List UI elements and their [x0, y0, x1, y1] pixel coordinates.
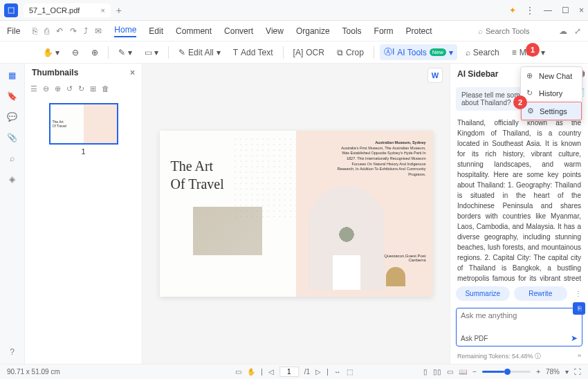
- menu-file[interactable]: File: [7, 26, 20, 36]
- summarize-button[interactable]: Summarize: [456, 286, 510, 301]
- ai-actions-more[interactable]: ⋮: [571, 286, 582, 301]
- hand-icon[interactable]: ✋: [247, 368, 255, 376]
- save-icon[interactable]: ⎘: [33, 26, 37, 36]
- dropdown-new-chat[interactable]: ⊕ New Chat: [521, 67, 582, 84]
- search-button[interactable]: ⌕ Search: [461, 46, 504, 59]
- tokens-label: Remaining Tokens:: [457, 353, 510, 360]
- zoom-in-status-icon[interactable]: +: [536, 368, 540, 376]
- hand-tool[interactable]: ✋ ▾: [39, 46, 64, 59]
- ai-text-input[interactable]: [461, 311, 578, 320]
- menu-protect[interactable]: Protect: [406, 26, 432, 36]
- continuous-icon[interactable]: ▯▯: [433, 368, 441, 376]
- next-page-icon[interactable]: ▷: [315, 368, 321, 376]
- search-tools-input[interactable]: [486, 27, 541, 35]
- edit-all-button[interactable]: ✎ Edit All ▾: [174, 46, 225, 59]
- rewrite-button[interactable]: Rewrite: [514, 286, 568, 301]
- dropdown-history[interactable]: ↻ History: [521, 84, 582, 102]
- ask-pdf-label[interactable]: Ask PDF: [461, 335, 488, 342]
- document-tab[interactable]: 57_1_OCR.pdf ×: [24, 3, 111, 17]
- shape-tool[interactable]: ▭ ▾: [140, 46, 163, 59]
- expand-tokens-icon[interactable]: »: [578, 352, 581, 361]
- zoom-out-button[interactable]: ⊖: [68, 46, 83, 59]
- crop-button[interactable]: ⧉ Crop: [333, 46, 368, 59]
- ai-tools-button[interactable]: ⒶI AI Tools New ▾: [380, 44, 457, 60]
- close-panel-icon[interactable]: ×: [130, 68, 135, 77]
- search-rail-icon[interactable]: ⌕: [10, 154, 15, 163]
- maximize-icon[interactable]: ☐: [562, 6, 569, 15]
- statusbar: 90.71 x 51.09 cm ▭ ✋ | ◁ /1 ▷ | ↔ ⬚ ▯ ▯▯…: [0, 364, 588, 379]
- menu-convert[interactable]: Convert: [224, 26, 253, 36]
- mail-icon[interactable]: ✉: [95, 26, 102, 36]
- minimize-icon[interactable]: —: [544, 6, 552, 15]
- close-window-icon[interactable]: ×: [579, 6, 584, 15]
- bookmark-icon[interactable]: 🔖: [7, 91, 17, 101]
- info-icon[interactable]: ⓘ: [535, 353, 541, 360]
- comment-icon[interactable]: 💬: [7, 112, 17, 122]
- menu-tools[interactable]: Tools: [342, 26, 362, 36]
- add-text-button[interactable]: T Add Text: [229, 46, 277, 59]
- ocr-button[interactable]: [A] OCR: [289, 46, 329, 59]
- cloud-icon[interactable]: ☁: [559, 26, 567, 36]
- callout-1: 1: [526, 43, 540, 57]
- museum-text: Australian Museum, Sydney Australia's Fi…: [336, 140, 426, 178]
- reading-icon[interactable]: 📖: [459, 368, 467, 376]
- word-export-icon[interactable]: W: [428, 68, 443, 83]
- gear-icon: ⚙: [527, 107, 535, 115]
- menu-view[interactable]: View: [266, 26, 284, 36]
- app-logo: ⬚: [4, 3, 18, 17]
- rotate-right-icon[interactable]: ↻: [78, 84, 84, 93]
- sparkle-icon[interactable]: ✦: [509, 6, 516, 15]
- dropdown-settings[interactable]: ⚙ Settings: [521, 102, 582, 120]
- prev-page-icon[interactable]: ◁: [268, 368, 274, 376]
- close-tab-icon[interactable]: ×: [100, 6, 104, 15]
- undo-icon[interactable]: ↶: [56, 26, 63, 36]
- thumbnail-page-number: 1: [32, 147, 135, 156]
- history-icon: ↻: [526, 89, 535, 98]
- page-thumbnail-1[interactable]: The Art Of Travel: [49, 103, 118, 145]
- two-page-icon[interactable]: ▭: [447, 368, 453, 376]
- ai-icon: ⒶI: [384, 46, 394, 58]
- zoom-in-button[interactable]: ⊕: [87, 46, 102, 59]
- menu-edit[interactable]: Edit: [149, 26, 163, 36]
- list-icon[interactable]: ☰: [30, 84, 37, 93]
- print-icon[interactable]: ⎙: [44, 26, 49, 36]
- ai-dropdown-menu: ⊕ New Chat ↻ History ⚙ Settings: [520, 66, 582, 121]
- insert-icon[interactable]: ⊞: [90, 84, 96, 93]
- delete-icon[interactable]: 🗑: [102, 84, 109, 93]
- fit-page-icon[interactable]: ⬚: [347, 368, 353, 376]
- attachment-icon[interactable]: 📎: [7, 133, 17, 142]
- layers-icon[interactable]: ◈: [9, 174, 15, 184]
- copy-icon[interactable]: ⎘: [573, 302, 585, 315]
- menu-form[interactable]: Form: [374, 26, 394, 36]
- add-tab-button[interactable]: +: [116, 5, 122, 16]
- help-icon[interactable]: ?: [10, 347, 15, 357]
- ai-response: Thailand, officially known as the Kingdo…: [450, 113, 588, 282]
- document-canvas[interactable]: W The Art Of Travel Australian Museum, S…: [143, 64, 450, 364]
- redo-icon[interactable]: ↷: [70, 26, 77, 36]
- fullscreen-icon[interactable]: ⛶: [574, 368, 581, 376]
- menu-comment[interactable]: Comment: [176, 26, 212, 36]
- menu-organize[interactable]: Organize: [296, 26, 330, 36]
- page-number-input[interactable]: [279, 367, 299, 377]
- zoom-out-status-icon[interactable]: −: [472, 368, 477, 376]
- zoom-in-thumb-icon[interactable]: ⊕: [55, 84, 61, 93]
- highlighter-tool[interactable]: ✎ ▾: [114, 46, 136, 59]
- expand-icon[interactable]: ⤢: [574, 26, 581, 36]
- kebab-icon[interactable]: ⋮: [526, 6, 534, 15]
- single-page-icon[interactable]: ▯: [423, 368, 428, 376]
- zoom-slider[interactable]: [482, 371, 531, 373]
- zoom-out-thumb-icon[interactable]: ⊖: [43, 84, 49, 93]
- selection-tool-icon[interactable]: ▭: [235, 368, 241, 376]
- ai-input-box: Ask PDF ➤: [456, 308, 582, 346]
- clock-image: [386, 267, 405, 286]
- decorative-plant: [234, 138, 296, 221]
- send-icon[interactable]: ➤: [571, 333, 578, 343]
- menu-home[interactable]: Home: [114, 25, 136, 37]
- rotate-left-icon[interactable]: ↺: [66, 84, 73, 93]
- thumbnails-panel: Thumbnails × ☰ ⊖ ⊕ ↺ ↻ ⊞ 🗑 The Art Of Tr…: [25, 64, 143, 364]
- thumbnails-icon[interactable]: ▦: [8, 71, 16, 80]
- zoom-value: 78%: [546, 368, 560, 376]
- share-icon[interactable]: ⤴: [84, 26, 88, 36]
- tokens-value: 54.48%: [512, 353, 533, 360]
- fit-width-icon[interactable]: ↔: [334, 368, 341, 376]
